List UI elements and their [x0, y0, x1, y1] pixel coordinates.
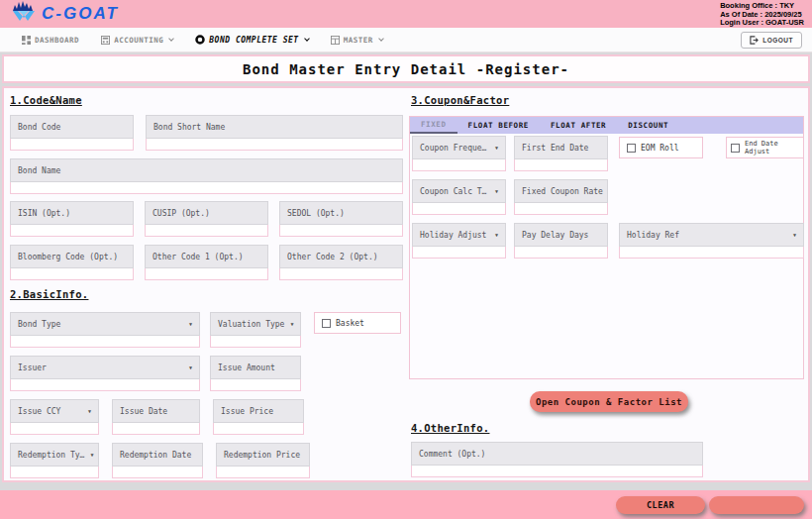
issue-date-input[interactable]: [112, 423, 200, 435]
nav-item-accounting[interactable]: ACCOUNTING: [101, 36, 173, 45]
redemption-date-field[interactable]: Redemption Date: [112, 443, 203, 478]
bloomberg-code-input[interactable]: [10, 268, 134, 280]
issue-amount-field[interactable]: Issue Amount: [210, 356, 301, 391]
isin-input[interactable]: [10, 225, 134, 237]
tab-discount[interactable]: DISCOUNT: [617, 117, 679, 134]
end-date-adjust-checkbox[interactable]: End Date Adjust: [726, 137, 804, 158]
clear-button[interactable]: CLEAR: [616, 496, 705, 514]
goat-logo-icon: [10, 0, 38, 28]
dropdown-arrow-icon: ▼: [189, 321, 192, 327]
nav-item-label: ACCOUNTING: [114, 36, 163, 45]
dropdown-arrow-icon: ▼: [290, 321, 293, 327]
field-label: Valuation Type: [218, 320, 284, 329]
valuation-type-select[interactable]: Valuation Type▼: [210, 312, 301, 348]
checkbox-icon[interactable]: [731, 144, 740, 153]
holiday-adjust-select[interactable]: Holiday Adjust▼: [412, 223, 506, 259]
issuer-select[interactable]: Issuer▼: [10, 356, 200, 391]
redemption-type-select[interactable]: Redemption Ty…▼: [10, 443, 99, 478]
coupon-frequency-input[interactable]: [412, 159, 506, 171]
holiday-ref-select[interactable]: Holiday Ref▼: [619, 223, 804, 259]
bond-type-select[interactable]: Bond Type▼: [10, 312, 200, 348]
bond-name-input[interactable]: [10, 182, 403, 194]
holiday-ref-input[interactable]: [619, 247, 804, 259]
nav-item-label: DASHBOARD: [35, 36, 79, 45]
tab-fixed[interactable]: FIXED: [410, 117, 457, 134]
section-heading-basic-info: 2.BasicInfo.: [10, 288, 88, 300]
login-user-text: Login User : GOAT-USR: [720, 19, 804, 28]
main-nav: DASHBOARD ACCOUNTING BOND COMPLETE SET: [0, 28, 812, 52]
coupon-frequency-select[interactable]: Coupon Freque…▼: [412, 136, 506, 171]
bond-code-field[interactable]: Bond Code: [10, 115, 134, 151]
eom-roll-checkbox[interactable]: EOM Roll: [619, 137, 703, 158]
other-code-2-field[interactable]: Other Code 2 (Opt.): [279, 245, 403, 280]
redemption-date-input[interactable]: [112, 467, 203, 478]
bond-code-input[interactable]: [10, 139, 134, 151]
logout-button[interactable]: LOGOUT: [741, 32, 802, 49]
nav-item-bond-complete-set[interactable]: BOND COMPLETE SET: [195, 35, 308, 45]
session-info: Booking Office : TKY As Of Date : 2025/0…: [720, 2, 804, 28]
sedol-field[interactable]: SEDOL (Opt.): [279, 201, 403, 237]
holiday-adjust-input[interactable]: [412, 247, 506, 259]
comment-input[interactable]: [411, 466, 703, 477]
nav-item-label: BOND COMPLETE SET: [209, 36, 298, 45]
issue-price-field[interactable]: Issue Price: [213, 399, 304, 435]
field-label: ISIN (Opt.): [18, 209, 70, 218]
isin-field[interactable]: ISIN (Opt.): [10, 201, 134, 237]
cusip-field[interactable]: CUSIP (Opt.): [145, 201, 268, 237]
sedol-input[interactable]: [279, 225, 403, 237]
redemption-price-input[interactable]: [216, 467, 310, 478]
dropdown-arrow-icon: ▼: [88, 408, 91, 414]
bond-type-input[interactable]: [10, 336, 200, 348]
issue-date-field[interactable]: Issue Date: [112, 399, 200, 435]
tab-float-after[interactable]: FLOAT AFTER: [540, 117, 617, 134]
coupon-calc-type-select[interactable]: Coupon Calc T…▼: [412, 179, 506, 215]
checkbox-icon[interactable]: [322, 319, 331, 328]
first-end-date-field[interactable]: First End Date: [514, 136, 608, 171]
field-label: SEDOL (Opt.): [287, 209, 345, 218]
issue-ccy-input[interactable]: [10, 423, 99, 435]
master-icon: [331, 36, 340, 45]
tab-float-before[interactable]: FLOAT BEFORE: [457, 117, 540, 134]
register-button[interactable]: [709, 496, 804, 514]
issue-amount-input[interactable]: [210, 379, 301, 391]
field-label: Other Code 2 (Opt.): [287, 253, 378, 261]
field-label: Redemption Price: [224, 451, 300, 460]
cusip-input[interactable]: [145, 225, 268, 237]
valuation-type-input[interactable]: [210, 336, 301, 348]
other-code-1-input[interactable]: [145, 268, 268, 280]
redemption-price-field[interactable]: Redemption Price: [216, 443, 310, 478]
nav-item-master[interactable]: MASTER: [331, 36, 383, 45]
bond-name-field[interactable]: Bond Name: [10, 158, 403, 194]
open-coupon-factor-list-button[interactable]: Open Coupon & Factor List: [530, 391, 688, 412]
comment-field[interactable]: Comment (Opt.): [411, 442, 703, 477]
fixed-coupon-rate-input[interactable]: [514, 203, 608, 215]
dropdown-arrow-icon: ▼: [495, 188, 498, 194]
issue-price-input[interactable]: [213, 423, 304, 435]
title-bar: Bond Master Entry Detail -Register-: [2, 54, 810, 83]
other-code-2-input[interactable]: [279, 268, 403, 280]
checkbox-label: End Date Adjust: [745, 140, 799, 156]
pay-delay-days-input[interactable]: [514, 247, 608, 259]
bloomberg-code-field[interactable]: Bloomberg Code (Opt.): [10, 245, 134, 280]
issue-ccy-select[interactable]: Issue CCY▼: [10, 399, 99, 435]
checkbox-icon[interactable]: [627, 144, 636, 153]
first-end-date-input[interactable]: [514, 159, 608, 171]
chevron-down-icon: [378, 36, 384, 42]
form-panel: 1.Code&Name Bond Code Bond Short Name Bo…: [2, 86, 810, 482]
accounting-icon: [101, 36, 110, 45]
section-heading-coupon-factor: 3.Coupon&Factor: [411, 94, 509, 106]
bond-short-name-field[interactable]: Bond Short Name: [146, 115, 403, 151]
pay-delay-days-field[interactable]: Pay Delay Days: [514, 223, 608, 259]
bond-complete-set-icon: [195, 35, 205, 45]
coupon-calc-type-input[interactable]: [412, 203, 506, 215]
other-code-1-field[interactable]: Other Code 1 (Opt.): [145, 245, 268, 280]
app-logo[interactable]: C-GOAT: [10, 0, 119, 28]
fixed-coupon-rate-field[interactable]: Fixed Coupon Rate: [514, 179, 608, 215]
nav-item-label: MASTER: [344, 36, 373, 45]
redemption-type-input[interactable]: [10, 467, 99, 478]
bond-short-name-input[interactable]: [146, 139, 403, 151]
nav-item-dashboard[interactable]: DASHBOARD: [22, 36, 79, 45]
field-label: Fixed Coupon Rate: [522, 187, 603, 196]
basket-checkbox[interactable]: Basket: [314, 312, 401, 334]
issuer-input[interactable]: [10, 379, 200, 391]
